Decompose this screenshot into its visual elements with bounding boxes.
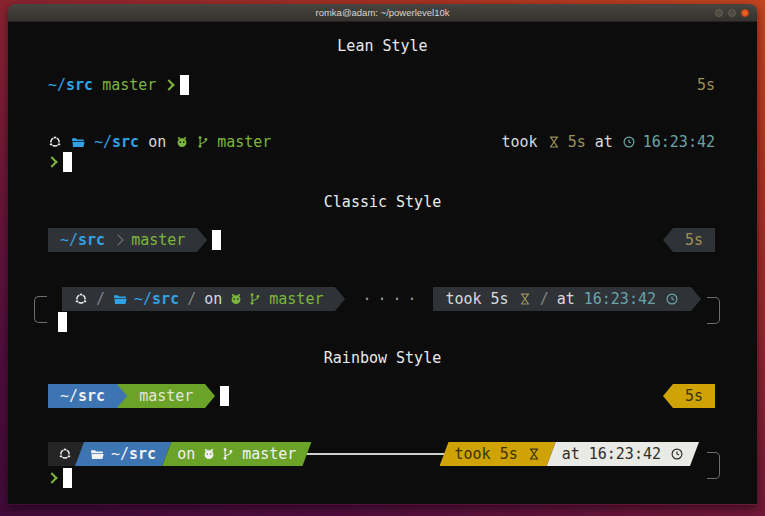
powerline-right-group: 5s: [663, 228, 715, 252]
section-title-classic: Classic Style: [8, 193, 757, 211]
prompt-frame-left: [34, 296, 47, 323]
at-label: at: [595, 133, 613, 151]
took-label: took: [502, 133, 538, 151]
thin-separator-icon: [112, 234, 123, 245]
rainbow-prompt-full-line1: ~/src on master took 5s: [48, 442, 715, 466]
segment-duration: took 5s: [440, 442, 556, 466]
dir-prefix: ~/: [134, 290, 152, 308]
folder-icon: [90, 447, 104, 461]
dir-name: src: [152, 290, 179, 308]
gap-dots: ····: [356, 290, 422, 308]
dir-prefix: ~/: [60, 387, 78, 405]
classic-prompt-simple: ~/src master 5s: [48, 228, 715, 252]
powerline-left-group: / ~/src / on master: [62, 287, 345, 311]
ubuntu-icon: [74, 292, 88, 306]
terminal-window: romka@adam: ~/powerlevel10k Lean Style ~…: [8, 4, 757, 505]
command-duration: 5s: [685, 387, 703, 405]
close-button[interactable]: [741, 9, 749, 17]
powerline-arrow-left-icon: [663, 384, 673, 408]
command-duration: 5s: [500, 445, 518, 463]
rainbow-prompt-full: ~/src on master took 5s: [48, 442, 715, 490]
powerline-segment: 5s: [673, 228, 715, 252]
classic-prompt-full-line2: [48, 311, 715, 333]
dir-name: src: [78, 231, 105, 249]
git-branch-icon: [221, 447, 235, 461]
hourglass-icon: [547, 135, 561, 149]
prompt-chevron-icon: [46, 472, 57, 483]
command-duration: 5s: [697, 76, 715, 94]
prompt-chevron-icon: [46, 156, 57, 167]
terminal-cursor: [58, 312, 67, 332]
rainbow-prompt-full-line2: [48, 466, 715, 490]
powerline-arrow-icon: [691, 287, 701, 311]
terminal-cursor: [212, 230, 221, 250]
git-branch-icon: [196, 135, 210, 149]
octocat-icon: [229, 292, 243, 306]
git-branch: master: [217, 133, 271, 151]
current-time: 16:23:42: [584, 290, 656, 308]
lean-prompt-simple: ~/src master 5s: [48, 74, 715, 96]
git-branch: master: [102, 76, 156, 94]
window-controls: [715, 9, 749, 17]
powerline-left-group: ~/src master: [48, 228, 207, 252]
git-branch: master: [131, 231, 185, 249]
current-time: 16:23:42: [589, 445, 661, 463]
thin-separator: /: [540, 290, 549, 308]
git-branch: master: [242, 445, 296, 463]
powerline-segment: / ~/src / on master: [62, 287, 335, 311]
section-title-lean: Lean Style: [8, 37, 757, 55]
current-time: 16:23:42: [643, 133, 715, 151]
on-label: on: [204, 290, 222, 308]
took-label: took: [455, 445, 491, 463]
rainbow-prompt-simple: ~/src master 5s: [48, 384, 715, 408]
powerline-segment: took 5s / at 16:23:42: [433, 287, 691, 311]
window-titlebar[interactable]: romka@adam: ~/powerlevel10k: [8, 4, 757, 22]
powerline-segment-git: master: [127, 384, 205, 408]
at-label: at: [557, 290, 575, 308]
minimize-button[interactable]: [715, 9, 723, 17]
thin-separator: /: [96, 290, 105, 308]
dir-name: src: [78, 387, 105, 405]
hourglass-icon: [518, 292, 532, 306]
thin-separator: /: [187, 290, 196, 308]
maximize-button[interactable]: [728, 9, 736, 17]
powerline-right-group: 5s: [663, 384, 715, 408]
on-label: on: [177, 445, 195, 463]
section-title-rainbow: Rainbow Style: [8, 349, 757, 367]
terminal-cursor: [63, 468, 72, 488]
powerline-arrow-icon: [197, 228, 207, 252]
lean-prompt-full-line1: ~/src on master took 5s at 16:23:42: [48, 133, 715, 151]
at-label: at: [562, 445, 580, 463]
prompt-gap: ····: [345, 287, 433, 311]
terminal-screen[interactable]: Lean Style ~/src master 5s ~/src on mast…: [8, 22, 757, 504]
folder-icon: [71, 135, 85, 149]
ubuntu-icon: [58, 447, 72, 461]
classic-prompt-full-line1: / ~/src / on master ····: [48, 287, 715, 311]
dir-prefix: ~/: [111, 445, 129, 463]
powerline-segment-dir: ~/src: [48, 384, 117, 408]
desktop-wallpaper: romka@adam: ~/powerlevel10k Lean Style ~…: [0, 0, 765, 516]
clock-icon: [665, 292, 679, 306]
window-title: romka@adam: ~/powerlevel10k: [316, 7, 450, 18]
command-duration: 5s: [491, 290, 509, 308]
git-branch: master: [269, 290, 323, 308]
powerline-arrow-icon: [205, 384, 215, 408]
folder-icon: [113, 292, 127, 306]
dir-name: src: [129, 445, 156, 463]
command-duration: 5s: [685, 231, 703, 249]
octocat-icon: [202, 447, 216, 461]
terminal-cursor: [63, 152, 72, 172]
powerline-arrow-left-icon: [663, 228, 673, 252]
powerline-right-group: took 5s / at 16:23:42: [433, 287, 701, 311]
clock-icon: [622, 135, 636, 149]
took-label: took: [445, 290, 481, 308]
prompt-connector-line: [304, 453, 455, 455]
terminal-cursor: [180, 75, 189, 95]
dir-name: src: [112, 133, 139, 151]
dir-name: src: [66, 76, 93, 94]
segment-git: on master: [162, 442, 311, 466]
dir-prefix: ~/: [94, 133, 112, 151]
git-branch-icon: [248, 292, 262, 306]
powerline-arrow-icon: [117, 384, 127, 408]
terminal-cursor: [220, 386, 229, 406]
